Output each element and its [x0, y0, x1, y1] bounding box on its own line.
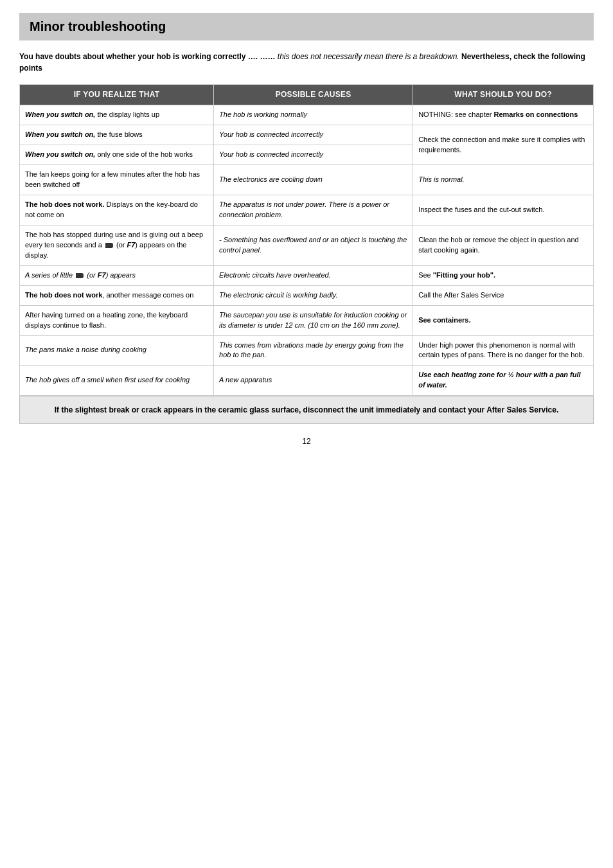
col3-cell: See "Fitting your hob". [413, 265, 594, 285]
col2-cell: The electronics are cooling down [214, 165, 413, 195]
page-number: 12 [19, 437, 594, 446]
page-header: Minor troubleshooting [19, 13, 594, 40]
intro-text-bold: You have doubts about whether your hob i… [19, 52, 276, 61]
col1-cell: After having turned on a heating zone, t… [20, 305, 214, 335]
table-row: The hob does not work, another message c… [20, 285, 594, 305]
col1-cell: When you switch on, the display lights u… [20, 105, 214, 125]
col1-cell: The pans make a noise during cooking [20, 335, 214, 366]
col3-cell: NOTHING: see chapter Remarks on connecti… [413, 105, 594, 125]
footer-note: If the slightest break or crack appears … [19, 396, 594, 424]
page-num-text: 12 [302, 437, 310, 446]
table-row: The hob has stopped during use and is gi… [20, 225, 594, 265]
col1-cell: The hob gives off a smell when first use… [20, 366, 214, 396]
col1-cell: The hob does not work. Displays on the k… [20, 195, 214, 226]
col2-cell: The saucepan you use is unsuitable for i… [214, 305, 413, 335]
col2-cell: Electronic circuits have overheated. [214, 265, 413, 285]
col2-cell: A new apparatus [214, 366, 413, 396]
col3-cell: Under high power this phenomenon is norm… [413, 335, 594, 366]
footer-text: If the slightest break or crack appears … [55, 405, 559, 414]
col2-cell: This comes from vibrations made by energ… [214, 335, 413, 366]
header-col2: POSSIBLE CAUSES [214, 85, 413, 105]
col2-cell: The apparatus is not under power. There … [214, 195, 413, 226]
intro-text-italic: this does not necessarily mean there is … [276, 52, 459, 61]
col3-cell: Inspect the fuses and the cut-out switch… [413, 195, 594, 226]
col3-cell: Call the After Sales Service [413, 285, 594, 305]
page-title: Minor troubleshooting [30, 19, 583, 34]
col1-cell: The hob does not work, another message c… [20, 285, 214, 305]
col3-cell: Check the connection and make sure it co… [413, 125, 594, 165]
arrow-icon [76, 273, 84, 278]
table-row: The hob gives off a smell when first use… [20, 366, 594, 396]
table-row: The pans make a noise during cooking Thi… [20, 335, 594, 366]
col2-cell: Your hob is connected incorrectly [214, 145, 413, 165]
col1-cell: The fan keeps going for a few minutes af… [20, 165, 214, 195]
table-row: When you switch on, the fuse blows Your … [20, 125, 594, 145]
col3-cell: This is normal. [413, 165, 594, 195]
table-row: When you switch on, the display lights u… [20, 105, 594, 125]
col2-cell: The electronic circuit is working badly. [214, 285, 413, 305]
header-col1: IF YOU REALIZE THAT [20, 85, 214, 105]
col2-cell: The hob is working normally [214, 105, 413, 125]
col3-cell: Clean the hob or remove the object in qu… [413, 225, 594, 265]
intro-paragraph: You have doubts about whether your hob i… [19, 51, 594, 74]
table-row: A series of little (or F7) appears Elect… [20, 265, 594, 285]
header-col3: WHAT SHOULD YOU DO? [413, 85, 594, 105]
col3-cell: See containers. [413, 305, 594, 335]
col1-cell: The hob has stopped during use and is gi… [20, 225, 214, 265]
table-header-row: IF YOU REALIZE THAT POSSIBLE CAUSES WHAT… [20, 85, 594, 105]
col3-cell: Use each heating zone for ½ hour with a … [413, 366, 594, 396]
table-row: The fan keeps going for a few minutes af… [20, 165, 594, 195]
table-row: After having turned on a heating zone, t… [20, 305, 594, 335]
troubleshooting-table: IF YOU REALIZE THAT POSSIBLE CAUSES WHAT… [19, 84, 594, 396]
col2-cell: Your hob is connected incorrectly [214, 125, 413, 145]
col1-cell: A series of little (or F7) appears [20, 265, 214, 285]
arrow-icon [105, 243, 113, 248]
table-row: The hob does not work. Displays on the k… [20, 195, 594, 226]
col2-cell: - Something has overflowed and or an obj… [214, 225, 413, 265]
col1-cell: When you switch on, only one side of the… [20, 145, 214, 165]
col1-cell: When you switch on, the fuse blows [20, 125, 214, 145]
